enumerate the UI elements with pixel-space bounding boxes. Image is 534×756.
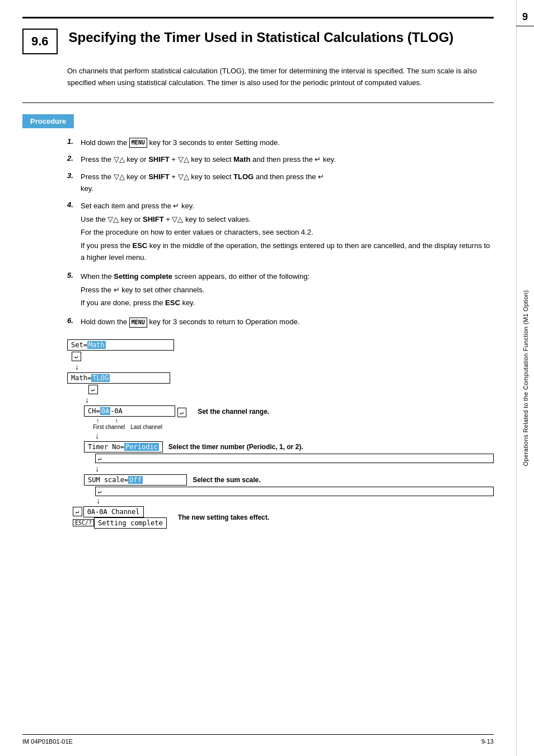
box2-highlight: TLOG (91, 374, 110, 382)
last-channel-label: Last channel (130, 424, 162, 430)
enter-row-2: ↵ (88, 385, 494, 394)
enter-icon-5: ↵ (95, 487, 494, 496)
steps-list: 1. Hold down the MENU key for 3 seconds … (67, 137, 494, 328)
box4-highlight: Periodic (124, 443, 159, 451)
down-arrow: ↑ (115, 417, 119, 424)
ch-labels: First channel Last channel (93, 424, 175, 430)
footer-right: 9-13 (481, 738, 494, 745)
enter-icon-6: ↵ (73, 507, 82, 516)
menu-key: MENU (129, 138, 147, 148)
box6-line2: Setting complete (98, 519, 163, 527)
box6-left: ↵ 0A-0A Channel ESC/? Setting complete (73, 506, 167, 529)
enter-row-4: ↵ (95, 454, 494, 463)
chapter-number: 9.6 (22, 29, 58, 54)
box1-prefix: Set= (71, 341, 87, 349)
esc-key: ESC/? (73, 519, 94, 526)
box6-esc-row: ESC/? Setting complete (73, 517, 167, 529)
diag-row-2: Math=TLOG (67, 372, 494, 384)
side-tab-text: Operations Related to the Computation Fu… (522, 290, 529, 466)
box6-annotation: The new setting takes effect. (178, 514, 269, 521)
box4-prefix: Timer No= (88, 443, 124, 451)
ch-arrows: ↑ ↑ (96, 417, 175, 424)
box5-highlight: Off (128, 476, 143, 484)
description-text: On channels that perform statistical cal… (67, 66, 494, 89)
box3-enter: ↵ (177, 408, 187, 417)
menu-key-2: MENU (129, 318, 147, 328)
step-content-1: Hold down the MENU key for 3 seconds to … (81, 137, 494, 149)
box1-highlight: Math (87, 341, 106, 349)
box5-prefix: SUM scale= (88, 476, 128, 484)
side-number: 9 (516, 11, 534, 26)
step-number-4: 4. (67, 200, 81, 209)
step-3: 3. Press the ▽△ key or SHIFT + ▽△ key to… (67, 171, 494, 195)
arrow-3: ↓ (95, 431, 494, 440)
step-content-4: Set each item and press the ↵ key. Use t… (81, 200, 494, 265)
footer-left: IM 04P01B01-01E (22, 738, 73, 745)
arrow-2: ↓ (85, 395, 494, 404)
box3-prefix: CH= (88, 407, 100, 415)
box3-row: CH=0A-0A ↑ ↑ First channel Last channel (84, 405, 494, 430)
step-number-3: 3. (67, 171, 81, 180)
diag-box-3: CH=0A-0A (84, 405, 175, 417)
box6-row: ↵ 0A-0A Channel ESC/? Setting complete T… (73, 506, 494, 529)
enter-row-2-indent: ↵ ↓ (84, 385, 494, 404)
diagram-section: Set=Math ↵ ↓ Math=TLOG (67, 339, 494, 529)
box6-line1: 0A-0A Channel (87, 508, 140, 516)
diag-row-1: Set=Math (67, 339, 494, 351)
box3-sep: -0A (110, 407, 123, 415)
chapter-header: 9.6 Specifying the Timer Used in Statist… (22, 23, 494, 54)
footer: IM 04P01B01-01E 9-13 (22, 734, 494, 745)
enter-icon-4: ↵ (95, 454, 494, 463)
step-number-1: 1. (67, 137, 81, 146)
step-content-2: Press the ▽△ key or SHIFT + ▽△ key to se… (81, 154, 494, 166)
diag-box-6-line1: 0A-0A Channel (83, 506, 144, 517)
up-arrow: ↑ (96, 417, 100, 424)
first-channel-label: First channel (93, 424, 125, 430)
enter-icon-1: ↵ (72, 352, 81, 361)
chapter-title: Specifying the Timer Used in Statistical… (69, 29, 454, 46)
step-1: 1. Hold down the MENU key for 3 seconds … (67, 137, 494, 149)
box5-annotation: Select the sum scale. (193, 476, 260, 484)
arrow-1: ↓ (75, 362, 494, 371)
enter-icon-3: ↵ (177, 408, 187, 417)
diag-box-4: Timer No=Periodic (84, 441, 163, 452)
enter-row-5: ↵ (95, 487, 494, 496)
box6-enter-row: ↵ 0A-0A Channel (73, 506, 167, 517)
diag-box-6-line2: Setting complete (94, 517, 167, 529)
diag-box-1: Set=Math (67, 339, 174, 351)
arrow-5: ↓ (96, 496, 494, 505)
box5-row: SUM scale=Off Select the sum scale. (84, 474, 494, 486)
diag-box-5: SUM scale=Off (84, 474, 187, 486)
box3-hl1: 0A (100, 407, 110, 415)
step-content-3: Press the ▽△ key or SHIFT + ▽△ key to se… (81, 171, 494, 195)
divider (22, 102, 494, 103)
enter-row-1: ↵ (72, 352, 494, 361)
step-6: 6. Hold down the MENU key for 3 seconds … (67, 316, 494, 328)
step-5: 5. When the Setting complete screen appe… (67, 271, 494, 311)
box4-row: Timer No=Periodic Select the timer numbe… (84, 441, 494, 452)
box3-annotation: Set the channel range. (198, 408, 269, 416)
step-4: 4. Set each item and press the ↵ key. Us… (67, 200, 494, 265)
side-tab: 9 Operations Related to the Computation … (516, 0, 534, 756)
step-2: 2. Press the ▽△ key or SHIFT + ▽△ key to… (67, 154, 494, 166)
box4-annotation: Select the timer number (Periodic, 1, or… (168, 443, 303, 451)
box2-prefix: Math= (71, 374, 91, 382)
diag-box-2: Math=TLOG (67, 372, 170, 384)
step-content-5: When the Setting complete screen appears… (81, 271, 494, 311)
step-number-6: 6. (67, 316, 81, 325)
step-number-2: 2. (67, 154, 81, 162)
arrow-4: ↓ (95, 464, 494, 473)
enter-icon-2: ↵ (88, 385, 98, 394)
box3-container: CH=0A-0A ↑ ↑ First channel Last channel (84, 405, 175, 430)
step-content-6: Hold down the MENU key for 3 seconds to … (81, 316, 494, 328)
step-number-5: 5. (67, 271, 81, 279)
procedure-label: Procedure (22, 114, 74, 128)
